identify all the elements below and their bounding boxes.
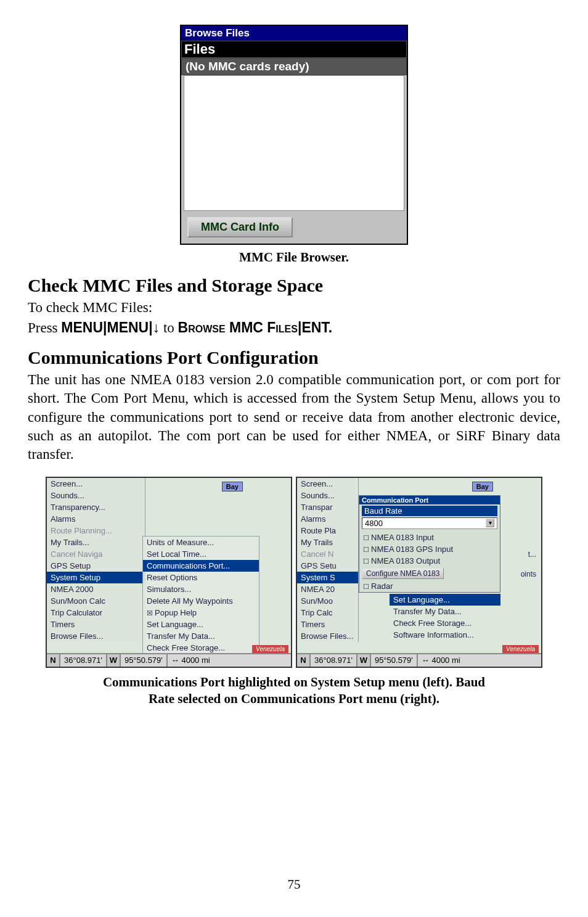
zoom-value: ↔ 4000 mi xyxy=(418,654,464,667)
sub-comm-port[interactable]: Communications Port... xyxy=(143,560,259,572)
nmea-input-checkbox[interactable]: NMEA 0183 Input xyxy=(359,532,500,543)
page-number: 75 xyxy=(0,877,588,892)
mmc-title-bar: Browse Files xyxy=(181,26,407,41)
mmc-caption: MMC File Browser. xyxy=(28,250,560,265)
browse-mmc-label: Browse MMC Files xyxy=(178,319,298,335)
check-mmc-heading: Check MMC Files and Storage Space xyxy=(28,275,560,296)
lon-value: 95°50.579' xyxy=(371,654,418,667)
menu-key-1: MENU xyxy=(61,319,103,335)
down-arrow-icon: ↓ xyxy=(153,319,160,335)
venezuela-label: Venezuela xyxy=(252,645,288,653)
nmea-gps-input-checkbox[interactable]: NMEA 0183 GPS Input xyxy=(359,543,500,555)
communication-port-panel: Communication Port Baud Rate 4800 ▾ NMEA… xyxy=(359,495,500,593)
radar-checkbox[interactable]: Radar xyxy=(359,580,500,592)
status-bar: N 36°08.971' W 95°50.579' ↔ 4000 mi xyxy=(47,653,291,667)
menu-browse-files[interactable]: Browse Files... xyxy=(297,630,358,642)
menu-sun-moon[interactable]: Sun/Moo xyxy=(297,595,358,607)
mmc-file-list xyxy=(184,75,404,211)
menu-my-trails[interactable]: My Trails xyxy=(297,537,358,548)
lon-dir: W xyxy=(357,654,371,667)
menu-screen[interactable]: Screen... xyxy=(297,478,358,490)
sub-software-info[interactable]: Software Information... xyxy=(390,629,500,641)
menu-my-trails[interactable]: My Trails... xyxy=(47,537,145,548)
nmea-output-checkbox[interactable]: NMEA 0183 Output xyxy=(359,555,500,567)
menu-key-2: MENU xyxy=(107,319,149,335)
lower-submenu: Set Language... Transfer My Data... Chec… xyxy=(390,594,500,641)
comm-panel-title: Communication Port xyxy=(359,496,500,504)
menu-trip-calc[interactable]: Trip Calculator xyxy=(47,607,145,619)
menu-nmea-2000[interactable]: NMEA 20 xyxy=(297,583,358,595)
baud-rate-value: 4800 xyxy=(365,519,383,528)
zoom-value: ↔ 4000 mi xyxy=(168,654,214,667)
sub-units[interactable]: Units of Measure... xyxy=(143,537,259,548)
comm-port-body: The unit has one NMEA 0183 version 2.0 c… xyxy=(28,371,560,464)
main-menu-column-trunc: Screen... Sounds... Transpar Alarms Rout… xyxy=(297,478,359,642)
system-setup-submenu: Units of Measure... Set Local Time... Co… xyxy=(142,536,259,666)
menu-nmea-2000[interactable]: NMEA 2000 xyxy=(47,583,145,595)
menu-screen[interactable]: Screen... xyxy=(47,478,145,490)
lat-value: 36°08.971' xyxy=(311,654,357,667)
press-text: Press xyxy=(28,320,61,335)
menu-timers[interactable]: Timers xyxy=(47,619,145,630)
menu-route-planning[interactable]: Route Planning... xyxy=(47,525,145,537)
lon-value: 95°50.579' xyxy=(121,654,168,667)
main-menu-column: Screen... Sounds... Transparency... Alar… xyxy=(47,478,145,642)
menu-timers[interactable]: Timers xyxy=(297,619,358,630)
sub-check-storage[interactable]: Check Free Storage... xyxy=(143,642,259,654)
mmc-browser-window: Browse Files Files (No MMC cards ready) … xyxy=(180,25,408,245)
menu-system-setup[interactable]: System S xyxy=(297,572,358,583)
mmc-card-info-button[interactable]: MMC Card Info xyxy=(187,217,293,237)
sub-transfer-data[interactable]: Transfer My Data... xyxy=(143,630,259,642)
to-text: to xyxy=(160,320,178,335)
menu-sounds[interactable]: Sounds... xyxy=(297,490,358,501)
sub-reset[interactable]: Reset Options xyxy=(143,572,259,583)
ent-key: ENT. xyxy=(301,319,332,335)
menu-route-planning[interactable]: Route Pla xyxy=(297,525,358,537)
ghost-text-t: t... xyxy=(526,549,539,559)
baud-rate-select[interactable]: 4800 ▾ xyxy=(362,517,497,529)
menu-gps-setup[interactable]: GPS Setup xyxy=(47,560,145,572)
baud-rate-label: Baud Rate xyxy=(362,506,497,516)
ghost-text-oints: oints xyxy=(518,569,539,579)
check-mmc-steps: Press MENU|MENU|↓ to Browse MMC Files|EN… xyxy=(28,319,560,336)
mmc-status-row: (No MMC cards ready) xyxy=(181,58,407,75)
bay-label: Bay xyxy=(222,482,243,491)
sub-delete-waypoints[interactable]: Delete All My Waypoints xyxy=(143,595,259,607)
menu-gps-setup[interactable]: GPS Setu xyxy=(297,560,358,572)
sub-simulators[interactable]: Simulators... xyxy=(143,583,259,595)
menu-transparency[interactable]: Transpar xyxy=(297,501,358,513)
comm-port-menu-shot: Bay Screen... Sounds... Transpar Alarms … xyxy=(296,477,542,668)
screenshots-caption-line2: Rate selected on Communications Port men… xyxy=(40,691,548,707)
menu-sounds[interactable]: Sounds... xyxy=(47,490,145,501)
menu-cancel-nav: Cancel Naviga xyxy=(47,548,145,560)
lat-dir: N xyxy=(47,654,60,667)
sub-transfer-data[interactable]: Transfer My Data... xyxy=(390,606,500,617)
mmc-files-header: Files xyxy=(181,41,407,58)
venezuela-label: Venezuela xyxy=(502,645,539,653)
system-setup-menu-shot: Bay Screen... Sounds... Transparency... … xyxy=(46,477,292,668)
menu-transparency[interactable]: Transparency... xyxy=(47,501,145,513)
menu-sun-moon[interactable]: Sun/Moon Calc xyxy=(47,595,145,607)
lat-value: 36°08.971' xyxy=(60,654,107,667)
configure-nmea-button[interactable]: Configure NMEA 0183 xyxy=(362,568,444,579)
menu-alarms[interactable]: Alarms xyxy=(47,513,145,525)
sub-local-time[interactable]: Set Local Time... xyxy=(143,548,259,560)
menu-browse-files[interactable]: Browse Files... xyxy=(47,630,145,642)
bay-label: Bay xyxy=(472,482,493,491)
menu-trip-calc[interactable]: Trip Calc xyxy=(297,607,358,619)
dropdown-arrow-icon[interactable]: ▾ xyxy=(486,519,494,527)
lon-dir: W xyxy=(107,654,121,667)
status-bar: N 36°08.971' W 95°50.579' ↔ 4000 mi xyxy=(297,653,541,667)
menu-screenshots-row: Bay Screen... Sounds... Transparency... … xyxy=(28,477,560,668)
screenshots-caption-line1: Communications Port highlighted on Syste… xyxy=(40,674,548,691)
comm-port-heading: Communications Port Configuration xyxy=(28,347,560,368)
sub-popup-help[interactable]: Popup Help xyxy=(143,607,259,619)
menu-cancel-nav: Cancel N xyxy=(297,548,358,560)
menu-alarms[interactable]: Alarms xyxy=(297,513,358,525)
menu-system-setup[interactable]: System Setup xyxy=(47,572,145,583)
sub-check-storage[interactable]: Check Free Storage... xyxy=(390,617,500,629)
lat-dir: N xyxy=(297,654,311,667)
sub-set-language[interactable]: Set Language... xyxy=(390,594,500,606)
check-mmc-intro: To check MMC Files: xyxy=(28,298,560,317)
sub-set-language[interactable]: Set Language... xyxy=(143,619,259,630)
